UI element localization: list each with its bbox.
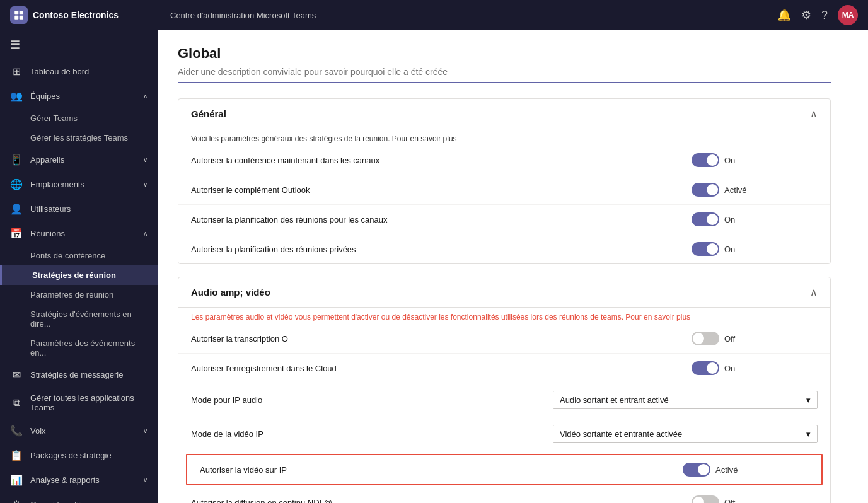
- setting-enregistrement-cloud-label: Autoriser l'enregistrement dans le Cloud: [191, 364, 692, 373]
- svg-rect-0: [14, 11, 18, 14]
- page-title: Global: [178, 45, 831, 62]
- toggle-enregistrement-cloud[interactable]: [692, 361, 719, 375]
- sidebar-item-packages[interactable]: 📋 Packages de stratégie: [0, 443, 158, 468]
- sidebar-item-utilisateurs[interactable]: 👤 Utilisateurs: [0, 197, 158, 221]
- toggle-conf-canaux[interactable]: [692, 153, 719, 167]
- main-content-area: Global Général ∧ Voici les paramètres gé…: [158, 0, 868, 503]
- sidebar-emplacements-label: Emplacements: [30, 180, 136, 189]
- sidebar-item-reunions[interactable]: 📅 Réunions ∧: [0, 221, 158, 246]
- hamburger-button[interactable]: ☰: [0, 30, 158, 59]
- avatar[interactable]: MA: [838, 5, 858, 25]
- toggle-complement-outlook[interactable]: [692, 183, 719, 197]
- setting-mode-ip-audio-label: Mode pour IP audio: [191, 395, 553, 405]
- toggle-video-ip[interactable]: [683, 463, 710, 477]
- sidebar-subitem-ponts[interactable]: Ponts de conférence: [0, 246, 158, 265]
- setting-video-ip-control: Activé: [683, 463, 809, 477]
- setting-transcription: Autoriser la transcription O Off: [178, 324, 830, 354]
- setting-transcription-control: Off: [692, 332, 818, 345]
- settings-icon[interactable]: ⚙: [801, 8, 811, 22]
- section-audio-video-title: Audio amp; vidéo: [191, 287, 270, 298]
- chevron-down-icon: ▾: [806, 395, 811, 405]
- toggle-complement-outlook-label: Activé: [724, 185, 746, 195]
- chevron-down-icon-2: ▾: [806, 429, 811, 439]
- sidebar-item-messagerie[interactable]: ✉ Stratégies de messagerie: [0, 362, 158, 387]
- main-content: Global Général ∧ Voici les paramètres gé…: [158, 30, 851, 503]
- setting-ndi-label: Autoriser la diffusion en continu NDI @: [191, 498, 692, 504]
- section-audio-video-header[interactable]: Audio amp; vidéo ∧: [178, 277, 830, 308]
- dropdown-mode-ip-audio-value: Audio sortant et entrant activé: [560, 395, 669, 405]
- toggle-conf-canaux-label: On: [724, 156, 735, 165]
- topbar-right: 🔔 ⚙ ? MA: [777, 5, 868, 25]
- sidebar-item-equipes[interactable]: 👥 Équipes ∧: [0, 84, 158, 108]
- sidebar-item-voix[interactable]: 📞 Voix ∨: [0, 419, 158, 443]
- appareils-chevron: ∨: [143, 156, 148, 163]
- section-general-title: Général: [191, 108, 226, 119]
- sidebar-item-emplacements[interactable]: 🌐 Emplacements ∨: [0, 172, 158, 197]
- help-icon[interactable]: ?: [821, 9, 828, 22]
- dropdown-mode-ip-video[interactable]: Vidéo sortante et entrante activée ▾: [553, 425, 818, 443]
- svg-rect-3: [20, 16, 23, 20]
- description-input[interactable]: [178, 67, 619, 77]
- section-audio-video-desc: Les paramètres audio et vidéo vous perme…: [178, 308, 830, 324]
- messagerie-icon: ✉: [10, 369, 23, 381]
- setting-conf-canaux-control: On: [692, 153, 818, 167]
- sidebar-item-analyse[interactable]: 📊 Analyse & rapports ∨: [0, 468, 158, 492]
- section-general-chevron: ∧: [810, 108, 818, 120]
- sidebar-messagerie-label: Stratégies de messagerie: [30, 370, 148, 379]
- section-audio-video: Audio amp; vidéo ∧ Les paramètres audio …: [178, 277, 831, 503]
- setting-planif-privees: Autoriser la planification des réunions …: [178, 234, 830, 263]
- sidebar-item-appareils[interactable]: 📱 Appareils ∨: [0, 147, 158, 172]
- sidebar-subitem-strat-evenements[interactable]: Stratégies d'événements en dire...: [0, 304, 158, 333]
- reunions-icon: 📅: [10, 228, 23, 240]
- section-general: Général ∧ Voici les paramètres généraux …: [178, 98, 831, 264]
- toggle-planif-privees[interactable]: [692, 242, 719, 256]
- emplacements-chevron: ∨: [143, 181, 148, 188]
- setting-conf-canaux-label: Autoriser la conférence maintenant dans …: [191, 156, 692, 165]
- center-title: Centre d'administration Microsoft Teams: [170, 11, 316, 20]
- notification-icon[interactable]: 🔔: [777, 8, 791, 22]
- app-logo: Contoso Electronics: [10, 6, 119, 24]
- app-name: Contoso Electronics: [33, 10, 119, 20]
- sidebar-subitem-parametres-reunion[interactable]: Paramètres de réunion: [0, 285, 158, 304]
- orgwide-icon: ⚙: [10, 499, 23, 503]
- sidebar-subitem-gererstrat[interactable]: Gérer les stratégies Teams: [0, 128, 158, 147]
- equipes-chevron: ∧: [143, 93, 148, 100]
- toggle-ndi[interactable]: [692, 495, 719, 503]
- sidebar-item-applications[interactable]: ⧉ Gérer toutes les applications Teams: [0, 387, 158, 419]
- sidebar-item-tableau[interactable]: ⊞ Tableau de bord: [0, 59, 158, 84]
- sidebar-applications-label: Gérer toutes les applications Teams: [30, 393, 148, 412]
- sidebar-item-orgwide[interactable]: ⚙ Org-wide settings ∨: [0, 492, 158, 503]
- setting-planif-privees-control: On: [692, 242, 818, 256]
- page-description: [178, 67, 831, 83]
- setting-complement-outlook-label: Autoriser le complément Outlook: [191, 185, 692, 195]
- sidebar-subitem-gereteams[interactable]: Gérer Teams: [0, 108, 158, 128]
- dropdown-mode-ip-video-value: Vidéo sortante et entrante activée: [560, 429, 682, 439]
- toggle-transcription-label: Off: [724, 334, 735, 344]
- voix-chevron: ∨: [143, 427, 148, 434]
- toggle-planif-canaux[interactable]: [692, 212, 719, 226]
- topbar-left: Contoso Electronics: [0, 6, 158, 24]
- sidebar-subitem-strategies-reunion[interactable]: Stratégies de réunion: [0, 265, 158, 285]
- section-general-header[interactable]: Général ∧: [178, 99, 830, 129]
- dropdown-mode-ip-audio[interactable]: Audio sortant et entrant activé ▾: [553, 391, 818, 409]
- svg-rect-1: [20, 11, 23, 14]
- analyse-chevron: ∨: [143, 477, 148, 483]
- setting-planif-canaux: Autoriser la planification des réunions …: [178, 205, 830, 234]
- sidebar-tableau-label: Tableau de bord: [30, 67, 148, 76]
- sidebar: ☰ ⊞ Tableau de bord 👥 Équipes ∧ Gérer Te…: [0, 0, 158, 503]
- section-general-desc: Voici les paramètres généraux des straté…: [178, 129, 830, 146]
- sidebar-orgwide-label: Org-wide settings: [30, 500, 136, 503]
- applications-icon: ⧉: [10, 397, 23, 408]
- sidebar-analyse-label: Analyse & rapports: [30, 475, 136, 485]
- setting-enregistrement-cloud-control: On: [692, 361, 818, 375]
- sidebar-subitem-param-evenements[interactable]: Paramètres des événements en...: [0, 333, 158, 362]
- sidebar-packages-label: Packages de stratégie: [30, 451, 148, 460]
- toggle-transcription[interactable]: [692, 332, 719, 345]
- setting-conf-canaux: Autoriser la conférence maintenant dans …: [178, 146, 830, 175]
- reunions-chevron: ∧: [143, 230, 148, 237]
- tableau-icon: ⊞: [10, 66, 23, 78]
- logo-icon: [10, 6, 28, 24]
- setting-transcription-label: Autoriser la transcription O: [191, 334, 692, 344]
- setting-planif-canaux-control: On: [692, 212, 818, 226]
- sidebar-reunions-label: Réunions: [30, 229, 136, 238]
